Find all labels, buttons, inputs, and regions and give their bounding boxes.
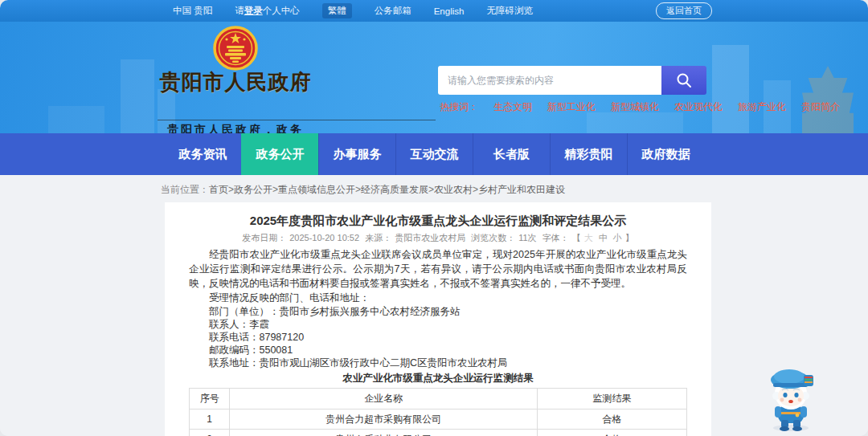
crumb-economy[interactable]: 经济高质量发展 — [355, 184, 428, 195]
nav-item-elderly[interactable]: 长者版 — [473, 133, 550, 175]
site-header: 贵阳市人民政府 贵阳市人民政府．政务 www.guiyang.gov.cn 热搜… — [0, 22, 868, 133]
hot-word[interactable]: 农业现代化 — [674, 100, 723, 114]
skyline-decor — [121, 59, 154, 133]
nav-item-news[interactable]: 政务资讯 — [165, 133, 241, 175]
skyline-decor — [587, 112, 683, 133]
hot-search-label: 热搜词： — [440, 100, 478, 114]
article-paragraph: 经贵阳市农业产业化市级重点龙头企业联席会议成员单位审定，现对2025年开展的农业… — [189, 247, 687, 291]
font-size-medium-button[interactable]: 中 — [599, 233, 608, 242]
pagoda-decor — [802, 66, 854, 133]
views-label: 浏览次数： — [471, 233, 515, 242]
table-header-row: 序号 企业名称 监测结果 — [190, 389, 687, 410]
crumb-home[interactable]: 首页 — [209, 184, 228, 195]
hot-word[interactable]: 贵阳简介 — [801, 100, 840, 114]
article-title: 2025年度贵阳市农业产业化市级重点龙头企业运行监测和评定结果公示 — [189, 214, 687, 228]
national-emblem-icon — [213, 26, 258, 71]
top-links: 中国 贵阳 请登录个人中心 繁體 公务邮箱 English 无障碍浏览 — [173, 3, 533, 18]
crumb-key-info[interactable]: 重点领域信息公开 — [272, 184, 355, 195]
link-accessibility[interactable]: 无障碍浏览 — [486, 5, 533, 17]
crumb-rural-industry[interactable]: 乡村产业和农田建设 — [473, 184, 565, 195]
publish-date-label: 发布日期： — [242, 233, 286, 242]
back-home-button[interactable]: 返回首页 — [656, 2, 712, 19]
nav-item-highlights[interactable]: 精彩贵阳 — [550, 133, 627, 175]
link-login-personal-center[interactable]: 请登录个人中心 — [235, 5, 300, 17]
hot-search-row: 热搜词： 生态文明 新型工业化 新型城镇化 农业现代化 旅游产业化 贵阳简介 — [440, 100, 840, 114]
main-nav: 政务资讯 政务公开 办事服务 互动交流 长者版 精彩贵阳 政府数据 — [0, 133, 868, 175]
bracket: 】 — [625, 233, 634, 242]
bracket: 【 — [572, 233, 581, 242]
font-size-label: 字体： — [542, 233, 569, 242]
source: 贵阳市农业农村局 — [395, 233, 465, 242]
crumb-agriculture[interactable]: 农业农村 — [428, 184, 473, 195]
article-meta: 发布日期：2025-10-20 10:52 来源：贵阳市农业农村局 浏览次数：1… — [189, 232, 687, 243]
hot-word[interactable]: 新型工业化 — [547, 100, 596, 114]
nav-item-interaction[interactable]: 互动交流 — [395, 133, 473, 175]
browser-page: 中国 贵阳 请登录个人中心 繁體 公务邮箱 English 无障碍浏览 返回首页 — [0, 0, 868, 436]
cell-no: 1 — [190, 410, 230, 430]
monitoring-result-table: 序号 企业名称 监测结果 1 贵州合力超市采购有限公司 合格 2 贵州友禾种业有… — [189, 388, 687, 436]
article-card: 2025年度贵阳市农业产业化市级重点龙头企业运行监测和评定结果公示 发布日期：2… — [165, 202, 711, 436]
contact-person: 联系人：李霞 — [189, 318, 687, 331]
header-cell-result: 监测结果 — [538, 389, 687, 410]
search-input[interactable] — [438, 66, 661, 95]
link-china-guiyang[interactable]: 中国 贵阳 — [173, 5, 212, 17]
search-bar — [438, 66, 706, 95]
article-paragraph: 受理情况反映的部门、电话和地址： — [189, 291, 687, 305]
header-cell-company: 企业名称 — [230, 389, 538, 410]
contact-postcode: 邮政编码：550081 — [189, 344, 687, 357]
site-subtitle: 贵阳市人民政府．政务 — [154, 123, 317, 133]
login-link[interactable]: 登录 — [244, 6, 263, 15]
cell-result: 合格 — [538, 410, 687, 430]
font-size-small-button[interactable]: 小 — [613, 233, 622, 242]
login-suffix: 个人中心 — [263, 6, 300, 15]
views-count: 11次 — [518, 233, 536, 242]
cell-no: 2 — [190, 430, 230, 436]
mascot-assistant[interactable] — [762, 364, 820, 433]
table-row: 1 贵州合力超市采购有限公司 合格 — [190, 410, 687, 430]
top-utility-bar: 中国 贵阳 请登录个人中心 繁體 公务邮箱 English 无障碍浏览 返回首页 — [0, 0, 868, 22]
contact-department: 部门（单位）：贵阳市乡村振兴服务中心农村经济服务站 — [189, 305, 687, 318]
publish-date: 2025-10-20 10:52 — [289, 233, 359, 242]
crumb-gov-disclosure[interactable]: 政务公开 — [228, 184, 272, 195]
breadcrumb: 当前位置：首页政务公开重点领域信息公开经济高质量发展农业农村乡村产业和农田建设 — [0, 175, 868, 202]
font-size-large-button[interactable]: 大 — [584, 233, 593, 242]
nav-item-gov-data[interactable]: 政府数据 — [627, 133, 704, 175]
nav-item-gov-disclosure[interactable]: 政务公开 — [241, 133, 318, 175]
table-caption: 农业产业化市级重点龙头企业运行监测结果 — [189, 372, 687, 385]
link-traditional-chinese[interactable]: 繁體 — [322, 3, 352, 18]
cell-result: 合格 — [538, 430, 687, 436]
hot-word[interactable]: 生态文明 — [493, 100, 532, 114]
site-title: 贵阳市人民政府 — [154, 71, 317, 93]
site-logo[interactable]: 贵阳市人民政府 — [154, 26, 317, 93]
header-cell-no: 序号 — [190, 389, 230, 410]
contact-phone: 联系电话：87987120 — [189, 331, 687, 344]
hot-word[interactable]: 旅游产业化 — [738, 100, 786, 114]
content-area: 当前位置：首页政务公开重点领域信息公开经济高质量发展农业农村乡村产业和农田建设 … — [0, 175, 868, 436]
skyline-decor — [712, 45, 749, 133]
source-label: 来源： — [365, 233, 391, 242]
skyline-decor — [48, 106, 104, 133]
search-button[interactable] — [661, 66, 706, 95]
cell-company: 贵州合力超市采购有限公司 — [230, 410, 538, 430]
login-prefix: 请 — [235, 6, 244, 15]
link-english[interactable]: English — [434, 6, 465, 16]
hot-word[interactable]: 新型城镇化 — [611, 100, 659, 114]
header-divider — [158, 120, 436, 120]
breadcrumb-label: 当前位置： — [161, 184, 209, 195]
nav-item-services[interactable]: 办事服务 — [318, 133, 395, 175]
link-official-mail[interactable]: 公务邮箱 — [375, 5, 411, 17]
table-row: 2 贵州友禾种业有限公司 合格 — [190, 430, 687, 436]
cell-company: 贵州友禾种业有限公司 — [230, 430, 538, 436]
search-icon — [675, 71, 693, 89]
contact-address: 联系地址：贵阳市观山湖区市级行政中心二期C区贵阳市农业农村局 — [189, 357, 687, 369]
